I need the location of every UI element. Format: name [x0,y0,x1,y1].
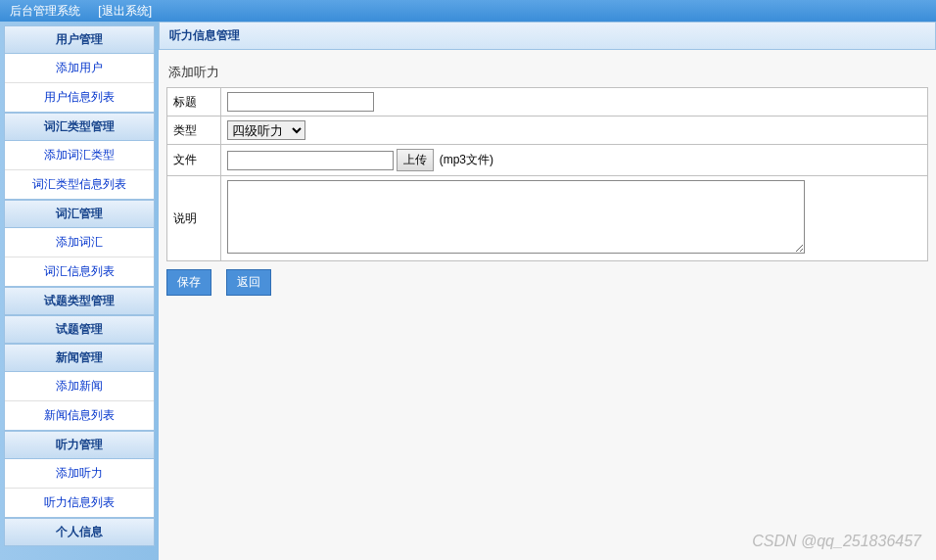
menu-item-add-listening[interactable]: 添加听力 [5,459,154,489]
file-path-input[interactable] [227,151,394,170]
label-file: 文件 [167,145,221,176]
menu-group-news: 新闻管理 添加新闻 新闻信息列表 [4,344,155,431]
type-select[interactable]: 四级听力 [227,120,305,140]
menu-header-vocab[interactable]: 词汇管理 [4,200,155,228]
form-table: 标题 类型 四级听力 文件 上传 (mp3文件 [166,87,928,261]
menu-header-news[interactable]: 新闻管理 [4,344,155,372]
main-panel: 听力信息管理 添加听力 标题 类型 四级听力 文件 [159,22,936,560]
upload-button[interactable]: 上传 [397,149,434,171]
menu-item-user-list[interactable]: 用户信息列表 [5,83,154,112]
menu-group-listening: 听力管理 添加听力 听力信息列表 [4,431,155,518]
logout-link[interactable]: [退出系统] [98,4,152,18]
back-button[interactable]: 返回 [226,269,271,296]
label-desc: 说明 [167,176,221,261]
menu-item-vocab-list[interactable]: 词汇信息列表 [5,257,154,286]
menu-item-listening-list[interactable]: 听力信息列表 [5,489,154,517]
menu-item-vocab-type-list[interactable]: 词汇类型信息列表 [5,170,154,199]
sidebar: 用户管理 添加用户 用户信息列表 词汇类型管理 添加词汇类型 词汇类型信息列表 … [0,22,159,560]
menu-item-add-news[interactable]: 添加新闻 [5,372,154,401]
menu-item-add-user[interactable]: 添加用户 [5,54,154,83]
menu-group-vocab: 词汇管理 添加词汇 词汇信息列表 [4,200,155,287]
label-type: 类型 [167,117,221,145]
label-title: 标题 [167,88,221,117]
form-subtitle: 添加听力 [166,58,928,87]
panel-title: 听力信息管理 [159,22,936,50]
menu-item-news-list[interactable]: 新闻信息列表 [5,401,154,430]
form-area: 添加听力 标题 类型 四级听力 文件 [159,50,936,311]
save-button[interactable]: 保存 [166,269,211,296]
menu-item-add-vocab-type[interactable]: 添加词汇类型 [5,141,154,170]
menu-header-question-type[interactable]: 试题类型管理 [4,287,155,315]
main-container: 用户管理 添加用户 用户信息列表 词汇类型管理 添加词汇类型 词汇类型信息列表 … [0,22,936,560]
title-input[interactable] [227,92,374,112]
menu-group-profile: 个人信息 [4,518,155,546]
desc-textarea[interactable] [227,180,805,254]
app-header: 后台管理系统 [退出系统] [0,0,936,22]
menu-header-listening[interactable]: 听力管理 [4,431,155,459]
menu-group-users: 用户管理 添加用户 用户信息列表 [4,25,155,113]
menu-group-question-type: 试题类型管理 [4,287,155,315]
menu-group-question: 试题管理 [4,315,155,344]
app-title: 后台管理系统 [10,4,80,18]
menu-item-add-vocab[interactable]: 添加词汇 [5,228,154,257]
menu-header-profile[interactable]: 个人信息 [4,518,155,546]
menu-header-question[interactable]: 试题管理 [4,315,155,344]
button-row: 保存 返回 [166,261,928,303]
menu-header-users[interactable]: 用户管理 [4,25,155,54]
menu-group-vocab-type: 词汇类型管理 添加词汇类型 词汇类型信息列表 [4,113,155,200]
menu-header-vocab-type[interactable]: 词汇类型管理 [4,113,155,141]
file-hint: (mp3文件) [440,153,493,166]
